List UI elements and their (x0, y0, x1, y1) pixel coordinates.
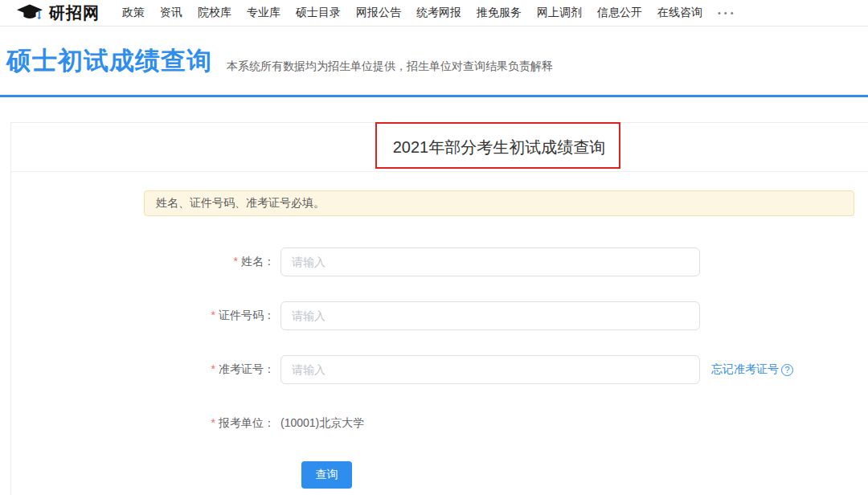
nav-item-master-catalog[interactable]: 硕士目录 (296, 6, 341, 20)
query-form: *姓名： *证件号码： *准考证号： 忘记准考证号? *报考单位： (10001… (11, 248, 868, 489)
more-menu-icon[interactable]: ••• (718, 8, 737, 18)
site-logo[interactable]: 研招网 (16, 2, 100, 24)
nav-menu: 政策资讯院校库专业库硕士目录网报公告统考网报推免服务网上调剂信息公开在线咨询 (122, 6, 702, 20)
page-subtitle: 本系统所有数据均为招生单位提供，招生单位对查询结果负责解释 (227, 59, 553, 74)
logo-text: 研招网 (49, 2, 100, 24)
notice-bar: 姓名、证件号码、准考证号必填。 (144, 190, 854, 216)
required-asterisk: * (211, 362, 215, 375)
name-label: *姓名： (11, 255, 275, 269)
nav-item-major-library[interactable]: 专业库 (247, 6, 280, 20)
institution-value: (10001)北京大学 (280, 416, 364, 431)
nav-item-info-disclosure[interactable]: 信息公开 (597, 6, 642, 20)
help-icon: ? (781, 364, 793, 376)
query-card: 2021年部分考生初试成绩查询 姓名、证件号码、准考证号必填。 *姓名： *证件… (10, 122, 868, 495)
id-number-input[interactable] (280, 301, 700, 330)
form-row-admission-ticket: *准考证号： 忘记准考证号? (11, 355, 868, 384)
required-asterisk: * (211, 309, 215, 321)
nav-item-unified-exam-registration[interactable]: 统考网报 (416, 6, 461, 20)
admission-ticket-label: *准考证号： (11, 362, 275, 377)
id-number-label: *证件号码： (11, 309, 275, 323)
nav-item-college-library[interactable]: 院校库 (198, 6, 231, 20)
admission-ticket-input[interactable] (280, 355, 700, 384)
button-row: 查询 (301, 461, 868, 489)
institution-label: *报考单位： (11, 416, 275, 431)
nav-item-news[interactable]: 资讯 (160, 6, 182, 20)
nav-item-online-adjustment[interactable]: 网上调剂 (537, 6, 582, 20)
card-header: 2021年部分考生初试成绩查询 (11, 123, 868, 172)
nav-item-online-consultation[interactable]: 在线咨询 (657, 6, 702, 20)
card-title: 2021年部分考生初试成绩查询 (393, 137, 606, 158)
required-asterisk: * (211, 416, 215, 429)
page-header: 硕士初试成绩查询 本系统所有数据均为招生单位提供，招生单位对查询结果负责解释 (0, 27, 868, 95)
top-navigation: 研招网 政策资讯院校库专业库硕士目录网报公告统考网报推免服务网上调剂信息公开在线… (0, 0, 868, 27)
page-title: 硕士初试成绩查询 (6, 44, 212, 78)
forgot-ticket-link[interactable]: 忘记准考证号? (711, 362, 793, 377)
nav-item-online-report-notice[interactable]: 网报公告 (356, 6, 401, 20)
nav-item-exemption-service[interactable]: 推免服务 (477, 6, 522, 20)
query-button[interactable]: 查询 (301, 461, 352, 489)
form-row-id-number: *证件号码： (11, 301, 868, 330)
name-input[interactable] (280, 248, 700, 276)
graduation-cap-icon (16, 3, 43, 22)
required-asterisk: * (234, 255, 238, 268)
form-row-institution: *报考单位： (10001)北京大学 (11, 409, 868, 438)
form-row-name: *姓名： (11, 248, 868, 276)
notice-text: 姓名、证件号码、准考证号必填。 (156, 196, 325, 211)
nav-item-policy[interactable]: 政策 (122, 6, 145, 20)
blue-divider (0, 95, 868, 97)
